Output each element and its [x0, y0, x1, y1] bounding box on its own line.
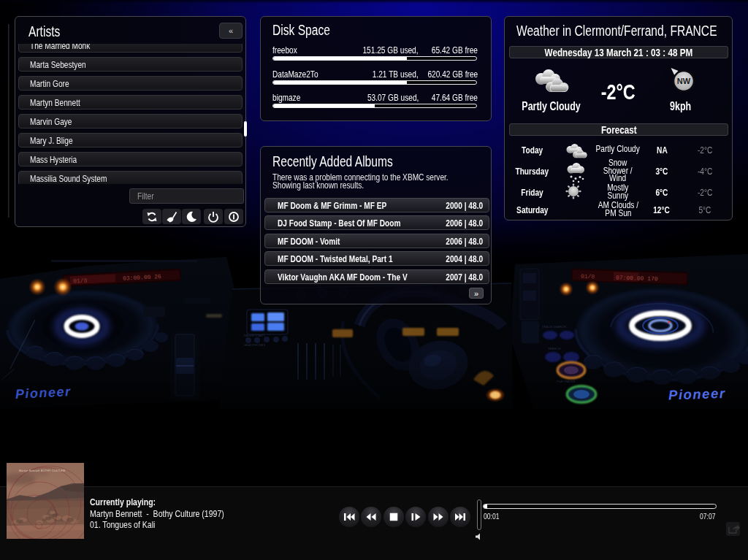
svg-text:HEADPHONES: HEADPHONES [244, 343, 266, 347]
svg-text:01/8: 01/8 [73, 277, 88, 284]
svg-text:NW: NW [677, 77, 691, 85]
svg-text:Pioneer: Pioneer [668, 386, 726, 403]
svg-text:Martyn Bennett BOTHY CULTURE: Martyn Bennett BOTHY CULTURE [19, 469, 66, 472]
svg-text:SEARCH: SEARCH [548, 347, 560, 350]
svg-text:FADER START: FADER START [244, 334, 265, 337]
svg-text:PLAY/PAUSE: PLAY/PAUSE [557, 380, 576, 383]
svg-text:TRACK SEARCH: TRACK SEARCH [542, 325, 566, 329]
svg-text:01/8: 01/8 [581, 273, 595, 280]
svg-text:Pioneer: Pioneer [15, 384, 72, 402]
